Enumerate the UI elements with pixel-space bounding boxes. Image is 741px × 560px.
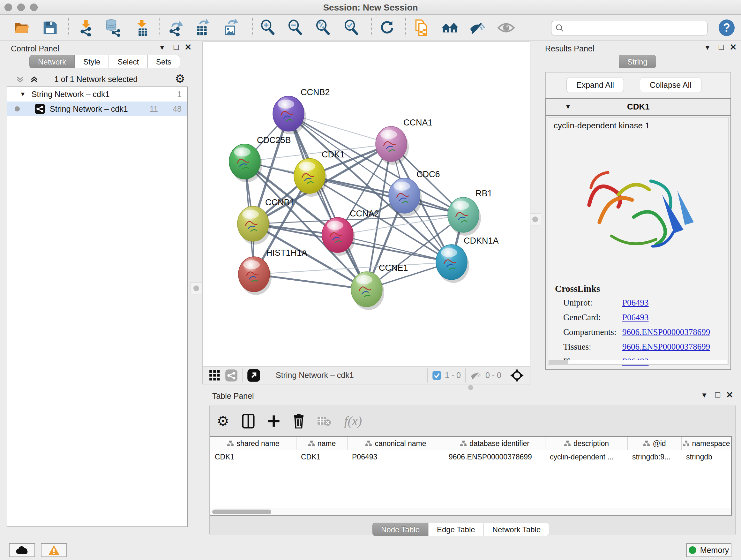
network-node-cdk1[interactable]: CDK1 <box>294 150 345 197</box>
gene-expander-icon[interactable]: ▼ <box>565 103 571 111</box>
tab-sets[interactable]: Sets <box>147 55 180 68</box>
network-collection-row[interactable]: ▼ String Network – cdk1 1 <box>7 87 187 102</box>
table-cell[interactable]: stringdb:9... <box>628 450 682 463</box>
column-header-database-identifier[interactable]: database identifier <box>444 437 545 450</box>
collection-expander-icon[interactable]: ▼ <box>20 91 26 98</box>
toggle-visibility-icon[interactable] <box>469 19 487 37</box>
crosslink-value[interactable]: 9606.ENSP00000378699 <box>622 342 710 352</box>
table-panel-close-icon[interactable]: ✕ <box>726 390 733 400</box>
column-header-name[interactable]: name <box>296 437 347 450</box>
zoom-in-icon[interactable] <box>259 19 277 37</box>
column-header-namespace[interactable]: namespace <box>682 437 731 450</box>
control-panel-close-icon[interactable]: ✕ <box>185 42 192 52</box>
table-cell[interactable]: CDK1 <box>210 450 296 463</box>
table-cell[interactable]: cyclin-dependent ... <box>545 450 628 463</box>
zoom-selected-icon[interactable] <box>343 19 360 37</box>
table-panel-menu-icon[interactable]: ▼ <box>701 391 708 399</box>
delete-table-icon[interactable] <box>317 415 331 427</box>
network-node-ccna1[interactable]: CCNA1 <box>376 118 433 165</box>
column-header--id[interactable]: @id <box>628 437 682 450</box>
column-header-canonical-name[interactable]: canonical name <box>347 437 444 450</box>
node-table: shared namenamecanonical namedatabase id… <box>210 436 732 516</box>
export-network-icon[interactable] <box>166 19 185 37</box>
network-node-rb1[interactable]: RB1 <box>448 189 492 236</box>
selected-checkbox-icon[interactable] <box>432 371 442 380</box>
tab-network-table[interactable]: Network Table <box>484 523 549 536</box>
delete-column-icon[interactable] <box>293 414 305 428</box>
save-session-icon[interactable] <box>41 19 59 37</box>
add-column-icon[interactable] <box>267 415 280 428</box>
gene-header[interactable]: ▼ CDK1 <box>546 99 731 116</box>
network-edge[interactable] <box>288 114 367 289</box>
tab-string[interactable]: String <box>619 55 656 68</box>
tab-style[interactable]: Style <box>75 55 109 68</box>
grid-view-icon[interactable] <box>209 370 220 381</box>
export-image-icon[interactable] <box>222 19 240 37</box>
import-network-file-icon[interactable] <box>77 19 95 37</box>
expand-all-icon[interactable] <box>29 75 39 84</box>
table-cell[interactable]: 9606.ENSP00000378699 <box>444 450 545 463</box>
crosslink-value[interactable]: P06493 <box>622 298 649 308</box>
table-cell[interactable]: CDK1 <box>296 450 347 463</box>
help-button[interactable]: ? <box>719 19 735 36</box>
import-table-file-icon[interactable] <box>133 19 151 37</box>
table-cell[interactable]: P06493 <box>347 450 444 463</box>
network-canvas[interactable]: CCNB2CCNA1CDC25BCDK1CDC6RB1CCNB1CCNA2CDK… <box>202 42 530 367</box>
tab-network[interactable]: Network <box>29 55 75 68</box>
table-hscrollbar[interactable] <box>210 509 731 515</box>
duplicate-network-icon[interactable] <box>413 19 431 37</box>
network-row[interactable]: String Network – cdk1 11 48 <box>7 102 187 116</box>
export-table-icon[interactable] <box>194 19 212 37</box>
table-row[interactable]: CDK1CDK1P064939606.ENSP00000378699cyclin… <box>210 450 731 463</box>
collapse-all-button[interactable]: Collapse All <box>640 78 701 92</box>
tab-node-table[interactable]: Node Table <box>373 523 428 536</box>
zoom-fit-icon[interactable] <box>314 19 332 37</box>
network-options-gear-icon[interactable]: ⚙ <box>175 72 185 85</box>
left-splitter-handle[interactable] <box>190 282 202 294</box>
open-in-new-window-icon[interactable] <box>247 369 260 382</box>
toolbar-separator <box>371 18 372 37</box>
zoom-out-icon[interactable] <box>286 19 305 37</box>
column-type-icon <box>643 440 650 447</box>
network-node-ccnb2[interactable]: CCNB2 <box>273 87 330 134</box>
network-node-ccne1[interactable]: CCNE1 <box>351 263 408 310</box>
column-header-shared-name[interactable]: shared name <box>210 437 296 450</box>
results-hscrollbar[interactable] <box>549 360 727 364</box>
expand-all-button[interactable]: Expand All <box>566 78 624 92</box>
tab-select[interactable]: Select <box>109 55 147 68</box>
control-panel-menu-icon[interactable]: ▼ <box>158 44 165 52</box>
cloud-button[interactable] <box>9 543 35 557</box>
birdseye-view-icon[interactable] <box>510 368 524 383</box>
table-cell[interactable]: stringdb <box>682 450 731 463</box>
results-panel-close-icon[interactable]: ✕ <box>730 42 737 52</box>
warning-button[interactable] <box>41 543 67 557</box>
network-node-cdkn1a[interactable]: CDKN1A <box>436 236 499 283</box>
crosslink-value[interactable]: P06493 <box>622 313 649 322</box>
results-panel-menu-icon[interactable]: ▼ <box>704 44 711 52</box>
show-columns-icon[interactable] <box>242 414 255 428</box>
column-header-description[interactable]: description <box>545 437 628 450</box>
results-panel-float-icon[interactable]: □ <box>719 42 724 52</box>
network-view-icon[interactable] <box>225 369 238 382</box>
network-node-cdc25b[interactable]: CDC25B <box>229 135 291 182</box>
table-hscrollbar-thumb[interactable] <box>212 509 271 514</box>
function-builder-icon[interactable]: f(x) <box>344 414 362 428</box>
crosslink-value[interactable]: 9606.ENSP00000378699 <box>622 327 710 337</box>
search-field[interactable] <box>564 23 707 33</box>
network-edge[interactable] <box>310 176 463 215</box>
right-splitter-handle[interactable] <box>529 213 541 226</box>
control-panel-float-icon[interactable]: □ <box>174 42 179 52</box>
preview-eye-icon[interactable] <box>497 19 515 37</box>
tab-edge-table[interactable]: Edge Table <box>428 523 484 536</box>
collapse-all-icon[interactable] <box>15 75 25 84</box>
memory-button[interactable]: Memory <box>686 543 731 557</box>
open-session-icon[interactable] <box>13 19 30 37</box>
table-settings-gear-icon[interactable]: ⚙ <box>217 413 229 429</box>
table-panel-float-icon[interactable]: □ <box>715 390 720 400</box>
refresh-icon[interactable] <box>378 19 396 37</box>
network-node-ccnb1[interactable]: CCNB1 <box>238 198 294 245</box>
import-network-database-icon[interactable] <box>104 19 122 37</box>
search-input[interactable] <box>551 21 708 36</box>
houses-icon[interactable] <box>441 19 459 37</box>
hidden-eye-icon[interactable] <box>470 370 482 381</box>
